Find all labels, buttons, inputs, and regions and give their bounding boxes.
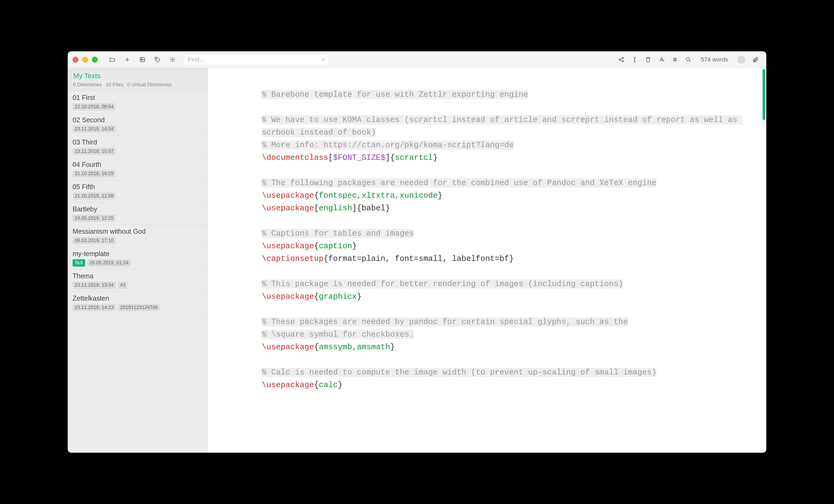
file-title: 03 Third xyxy=(72,138,203,146)
attachment-icon[interactable] xyxy=(750,54,762,66)
file-title: my-template xyxy=(72,250,203,258)
vdir-count: 0 Virtual Directories xyxy=(127,82,171,88)
share-icon[interactable] xyxy=(615,54,627,66)
file-item[interactable]: my-template TeX 26.05.2019, 01:24 xyxy=(68,247,208,269)
titlebar: × 574 words xyxy=(68,51,766,68)
find-in-file-icon[interactable] xyxy=(682,54,694,66)
file-item[interactable]: 04 Fourth 21.10.2018, 16:29 xyxy=(68,158,208,180)
minimize-window-button[interactable] xyxy=(82,57,88,63)
file-item[interactable]: 03 Third 23.11.2018, 15:07 xyxy=(68,136,208,158)
file-title: Bartleby xyxy=(72,205,203,213)
formatting-icon[interactable] xyxy=(656,54,667,66)
code-content[interactable]: % Barebone template for use with Zettlr … xyxy=(208,68,766,402)
file-item[interactable]: Thema 23.11.2018, 13:34 #3 xyxy=(68,269,208,292)
file-title: Thema xyxy=(72,272,203,280)
hashtag-icon[interactable] xyxy=(669,54,681,66)
editor[interactable]: % Barebone template for use with Zettlr … xyxy=(208,68,766,453)
file-title: 02 Second xyxy=(72,116,203,124)
file-list: 01 First 22.10.2018, 08:54 02 Second 23.… xyxy=(68,91,208,453)
dir-count: 0 Directories xyxy=(73,82,102,88)
file-date: 23.11.2018, 15:07 xyxy=(72,148,116,155)
file-title: 05 Fifth xyxy=(72,183,203,191)
sidebar-header[interactable]: My Texts 0 Directories 10 Files 0 Virtua… xyxy=(68,68,208,91)
avatar[interactable] xyxy=(737,56,745,64)
close-window-button[interactable] xyxy=(72,57,79,63)
svg-point-3 xyxy=(172,59,173,61)
file-extra: #3 xyxy=(118,282,128,289)
window-controls xyxy=(72,57,98,63)
file-date: 22.10.2018, 08:54 xyxy=(72,103,116,110)
file-date: 21.10.2018, 16:29 xyxy=(72,170,116,177)
file-date: 19.05.2019, 12:25 xyxy=(72,215,116,222)
open-folder-icon[interactable] xyxy=(106,54,118,66)
sidebar-meta: 0 Directories 10 Files 0 Virtual Directo… xyxy=(73,82,202,88)
file-item[interactable]: 02 Second 23.11.2018, 14:54 xyxy=(68,113,208,136)
file-item[interactable]: 05 Fifth 21.10.2018, 11:58 xyxy=(68,180,208,202)
stats-icon[interactable] xyxy=(136,54,148,66)
maximize-window-button[interactable] xyxy=(92,57,98,63)
delete-icon[interactable] xyxy=(642,54,654,66)
file-date: 06.02.2019, 17:10 xyxy=(72,237,116,244)
file-date: 23.11.2018, 14:54 xyxy=(72,126,116,133)
sidebar: My Texts 0 Directories 10 Files 0 Virtua… xyxy=(68,68,208,453)
file-date: 23.11.2018, 13:34 xyxy=(72,282,116,289)
global-search[interactable]: × xyxy=(184,54,329,65)
settings-icon[interactable] xyxy=(167,54,178,66)
file-title: 01 First xyxy=(72,94,203,102)
file-badge: TeX xyxy=(72,259,85,266)
file-date: 26.05.2019, 01:24 xyxy=(87,259,131,266)
file-title: Messianism without God xyxy=(72,227,203,235)
word-count: 574 words xyxy=(701,56,728,63)
typewriter-icon[interactable] xyxy=(629,54,640,66)
file-item[interactable]: Zettelkasten 23.11.2018, 14:23 201811231… xyxy=(68,292,208,314)
file-item[interactable]: Messianism without God 06.02.2019, 17:10 xyxy=(68,225,208,247)
svg-point-7 xyxy=(686,58,689,61)
sidebar-title: My Texts xyxy=(73,72,202,80)
svg-point-2 xyxy=(156,58,157,59)
new-file-icon[interactable] xyxy=(122,54,133,66)
search-input[interactable] xyxy=(188,56,321,63)
file-date: 21.10.2018, 11:58 xyxy=(72,192,116,200)
file-date: 23.11.2018, 14:23 xyxy=(72,304,116,311)
clear-search-icon[interactable]: × xyxy=(321,56,325,63)
file-item[interactable]: 01 First 22.10.2018, 08:54 xyxy=(68,91,208,113)
file-extra: 20181123124746 xyxy=(118,304,160,311)
file-count: 10 Files xyxy=(106,82,124,88)
right-toolbar: 574 words xyxy=(615,54,762,66)
file-item[interactable]: Bartleby 19.05.2019, 12:25 xyxy=(68,202,208,225)
file-title: Zettelkasten xyxy=(72,294,203,302)
scroll-indicator[interactable] xyxy=(763,69,765,120)
tag-icon[interactable] xyxy=(152,54,163,66)
file-title: 04 Fourth xyxy=(72,161,203,169)
svg-point-1 xyxy=(141,58,142,59)
app-window: × 574 words xyxy=(68,51,766,453)
